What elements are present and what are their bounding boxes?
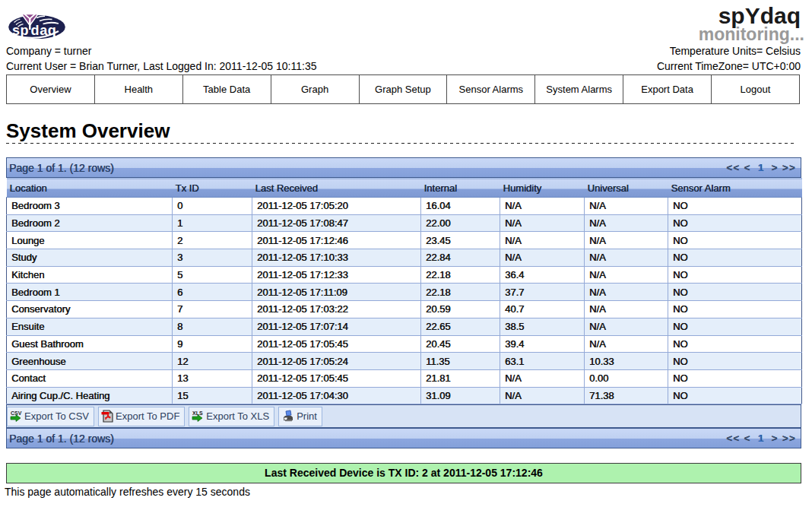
svg-text:daq: daq (31, 23, 57, 38)
svg-text:sp: sp (12, 23, 29, 38)
